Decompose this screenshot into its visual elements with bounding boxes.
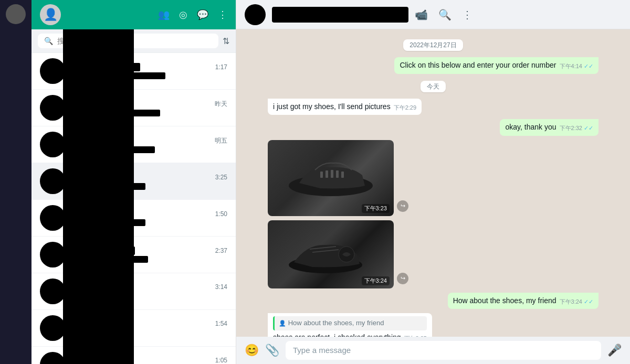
image-time: 下午3:24 [362,276,390,285]
message-text: Click on this below and enter your order… [400,61,556,69]
tick-icon: ✓✓ [584,298,593,305]
message-text: How about the shoes, my friend [453,296,556,305]
avatar [40,205,66,231]
community-icon[interactable]: 👥 [158,9,170,20]
message-input-bar: 😊 📎 Type a message 🎤 [236,337,630,364]
attach-button[interactable]: 📎 [265,344,279,357]
date-badge-today: 今天 [268,81,598,91]
search-chat-icon[interactable]: 🔍 [438,8,452,21]
chat-time: 昨天 [215,100,227,109]
message-text: okay, thank you [505,123,556,131]
message-row: How about the shoes, my friend 下午3:24 ✓✓ [268,293,598,309]
sidebar-topnav: 👤 👥 ◎ 💬 ⋮ [32,0,236,29]
user-avatar-area: 👤 [40,4,61,25]
message-row: i just got my shoes, I'll send pictures … [268,99,598,115]
filter-icon[interactable]: ⇅ [223,36,229,46]
message-text: shoes are perfect. i checked everything [273,333,401,337]
tick-icon: ✓✓ [584,63,593,69]
message-bubble: i just got my shoes, I'll send pictures … [268,99,422,115]
avatar [40,168,66,194]
avatar [40,352,66,364]
user-avatar: 👤 [40,4,61,25]
date-badge-1: 2022年12月27日 [268,40,598,50]
tick-icon: ✓✓ [584,125,593,131]
image-time: 下午3:23 [362,204,390,213]
reply-text: How about the shoes, my friend [288,319,384,327]
forward-button[interactable]: ↪ [397,273,408,284]
avatar [40,315,66,341]
messages-area: 2022年12月27日 Click on this below and ente… [236,29,630,337]
svg-rect-2 [326,170,328,178]
video-call-icon[interactable]: 📹 [415,8,428,21]
app-logo [6,4,26,24]
chat-time: 1:50 [215,210,227,218]
message-time: 下午3:25 [404,335,427,337]
header-icons: 📹 🔍 ⋮ [415,8,472,21]
avatar [40,95,66,121]
message-time: 下午4:14 ✓✓ [560,62,593,70]
left-panel [0,0,32,364]
message-input-wrapper[interactable]: Type a message [286,341,601,360]
message-row: Click on this below and enter your order… [268,57,598,74]
forward-button[interactable]: ↪ [397,200,408,212]
image-bubble: 下午3:24 [268,220,394,288]
nav-icons: 👥 ◎ 💬 ⋮ [158,9,227,20]
shoe-svg-1 [284,152,378,204]
message-time: 下午2:32 ✓✓ [560,124,593,132]
contact-name-hidden [272,7,408,23]
chat-header: 📹 🔍 ⋮ [236,0,630,29]
reply-quote: 👤 How about the shoes, my friend [273,316,427,330]
image-message-container: 下午3:24 ↪ [268,220,394,288]
message-bubble: How about the shoes, my friend 下午3:24 ✓✓ [448,293,598,309]
more-options-icon[interactable]: ⋮ [462,8,472,21]
svg-rect-4 [336,170,339,178]
status-icon[interactable]: ◎ [179,9,187,20]
chat-time: 3:14 [215,283,227,291]
chat-time: 明五 [215,136,227,145]
image-bubble: 下午3:23 [268,140,394,216]
svg-rect-5 [341,172,344,178]
avatar [40,242,66,267]
contact-avatar [245,4,266,25]
message-time: 下午2:29 [394,104,416,112]
svg-rect-3 [331,170,333,178]
privacy-overlay [63,29,134,364]
shoe-svg-2 [284,228,378,281]
message-row: 👤 How about the shoes, my friend shoes a… [268,313,598,337]
message-input-placeholder: Type a message [293,346,351,355]
message-row: 下午3:23 ↪ [268,140,598,216]
chat-time: 1:17 [215,63,227,71]
chat-area: 📹 🔍 ⋮ 2022年12月27日 Click on this below an… [236,0,630,364]
avatar [40,58,66,84]
chat-time: 3:25 [215,174,227,181]
message-bubble: Click on this below and enter your order… [394,57,598,74]
more-menu-icon[interactable]: ⋮ [218,9,227,20]
search-icon: 🔍 [44,37,53,45]
reply-avatar-icon: 👤 [279,320,286,326]
avatar [40,132,66,157]
chat-time: 1:05 [215,357,227,364]
message-bubble: 👤 How about the shoes, my friend shoes a… [268,313,432,337]
chat-icon[interactable]: 💬 [197,9,208,20]
message-row: 下午3:24 ↪ [268,220,598,288]
message-bubble: okay, thank you 下午2:32 ✓✓ [500,119,598,136]
avatar [40,279,66,304]
chat-time: 2:37 [215,247,227,254]
svg-rect-1 [320,172,323,178]
voice-button[interactable]: 🎤 [607,344,622,357]
chat-time: 1:54 [215,320,227,327]
message-row: okay, thank you 下午2:32 ✓✓ [268,119,598,136]
image-message-container: 下午3:23 ↪ [268,140,394,216]
message-time: 下午3:24 ✓✓ [560,298,593,306]
emoji-button[interactable]: 😊 [245,344,259,357]
message-text: i just got my shoes, I'll send pictures [273,102,391,111]
